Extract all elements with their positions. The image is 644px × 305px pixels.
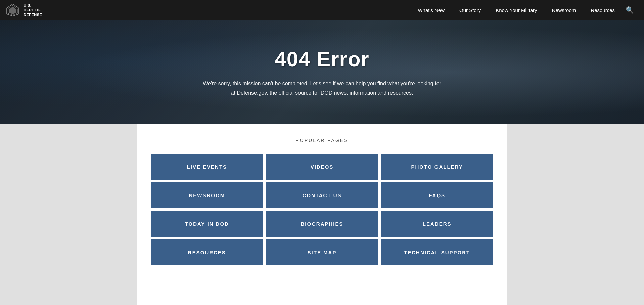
leaders-button[interactable]: LEADERS (381, 211, 493, 237)
search-button[interactable]: 🔍 (622, 0, 637, 20)
live-events-button[interactable]: LIVE EVENTS (151, 154, 263, 180)
popular-pages-section: POPULAR PAGES LIVE EVENTS VIDEOS PHOTO G… (137, 124, 507, 286)
nav-our-story[interactable]: Our Story (452, 0, 488, 20)
technical-support-button[interactable]: TECHNICAL SUPPORT (381, 239, 493, 265)
error-subtitle: We're sorry, this mission can't be compl… (203, 79, 441, 97)
videos-button[interactable]: VIDEOS (266, 154, 378, 180)
nav-resources[interactable]: Resources (583, 0, 622, 20)
search-icon: 🔍 (626, 6, 634, 14)
contact-us-button[interactable]: CONTACT US (266, 182, 378, 208)
content-area: POPULAR PAGES LIVE EVENTS VIDEOS PHOTO G… (0, 124, 644, 305)
faqs-button[interactable]: FAQS (381, 182, 493, 208)
nav-newsroom[interactable]: Newsroom (545, 0, 584, 20)
logo-link[interactable]: U.S. DEPT OF DEFENSE (5, 3, 42, 17)
site-map-button[interactable]: SITE MAP (266, 239, 378, 265)
hero-section: 404 Error We're sorry, this mission can'… (0, 20, 644, 124)
nav-whats-new[interactable]: What's New (410, 0, 452, 20)
biographies-button[interactable]: BIOGRAPHIES (266, 211, 378, 237)
left-side-panel (0, 124, 137, 305)
right-side-panel (507, 124, 644, 305)
svg-marker-2 (9, 7, 16, 14)
nav-know-your-military[interactable]: Know Your Military (488, 0, 544, 20)
dod-logo-icon (5, 3, 20, 17)
resources-button[interactable]: RESOURCES (151, 239, 263, 265)
logo-text: U.S. DEPT OF DEFENSE (24, 3, 42, 17)
popular-pages-heading: POPULAR PAGES (151, 138, 493, 143)
nav-links: What's New Our Story Know Your Military … (410, 0, 637, 20)
center-panel: POPULAR PAGES LIVE EVENTS VIDEOS PHOTO G… (137, 124, 507, 305)
newsroom-button[interactable]: NEWSROOM (151, 182, 263, 208)
popular-pages-grid: LIVE EVENTS VIDEOS PHOTO GALLERY NEWSROO… (151, 154, 493, 265)
error-title: 404 Error (203, 47, 441, 71)
photo-gallery-button[interactable]: PHOTO GALLERY (381, 154, 493, 180)
today-in-dod-button[interactable]: TODAY IN DOD (151, 211, 263, 237)
main-nav: U.S. DEPT OF DEFENSE What's New Our Stor… (0, 0, 644, 20)
